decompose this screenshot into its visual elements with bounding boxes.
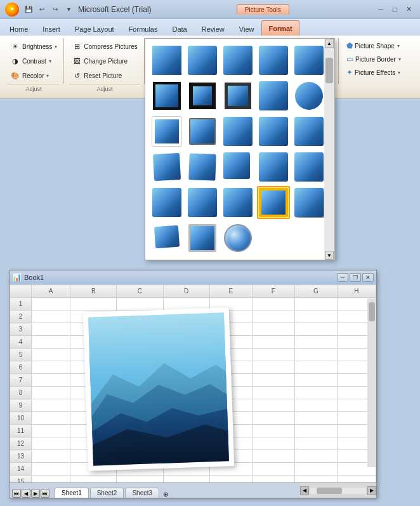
tab-review[interactable]: Review [195,22,232,36]
style-item-16[interactable] [150,150,183,183]
row-header-11[interactable]: 11 [10,425,32,437]
style-item-13[interactable] [221,115,254,148]
cell-c15[interactable] [117,476,163,483]
cell-f10[interactable] [252,412,294,425]
tab-view[interactable]: View [232,22,261,36]
tab-insert[interactable]: Insert [36,22,67,36]
sheet-tab-2[interactable]: Sheet2 [90,488,124,498]
cell-f5[interactable] [252,349,294,361]
cell-a10[interactable] [32,412,70,425]
style-item-8[interactable] [221,79,254,112]
row-header-10[interactable]: 10 [10,412,32,425]
style-item-18[interactable] [221,150,254,183]
hscroll-left[interactable]: ◀ [300,486,309,495]
style-item-14[interactable] [257,115,290,148]
save-button[interactable]: 💾 [23,4,34,15]
recolor-button[interactable]: 🎨 Recolor ▾ [8,69,60,83]
cell-f14[interactable] [252,463,294,476]
style-item-25[interactable] [292,186,325,219]
cell-g10[interactable] [294,412,337,425]
maximize-button[interactable]: □ [388,4,401,15]
cell-f11[interactable] [252,425,294,437]
style-item-26[interactable] [150,222,183,255]
cell-g15[interactable] [294,476,337,483]
col-header-c[interactable]: C [117,285,163,298]
reset-picture-button[interactable]: ↺ Reset Picture [69,69,140,83]
cell-f2[interactable] [252,310,294,323]
tab-data[interactable]: Data [165,22,194,36]
style-item-selected[interactable] [257,186,290,219]
sheet-tab-1[interactable]: Sheet1 [55,488,89,498]
cell-a12[interactable] [32,437,70,450]
style-item-6[interactable] [150,79,183,112]
cell-a8[interactable] [32,387,70,399]
cell-h15[interactable] [337,476,376,483]
picture-frame[interactable] [83,307,235,471]
style-item-4[interactable] [257,44,290,77]
cell-a14[interactable] [32,463,70,476]
row-header-14[interactable]: 14 [10,463,32,476]
style-item-9[interactable] [257,79,290,112]
sheet-last-btn[interactable]: ⏭ [41,489,49,498]
cell-g9[interactable] [294,399,337,412]
row-header-2[interactable]: 2 [10,310,32,323]
scroll-down-btn[interactable]: ▼ [325,251,334,260]
row-header-15[interactable]: 15 [10,476,32,483]
insert-sheet-btn[interactable]: ⊕ [161,491,171,498]
compress-pictures-button[interactable]: ⊞ Compress Pictures [69,39,140,53]
row-header-4[interactable]: 4 [10,336,32,349]
row-header-6[interactable]: 6 [10,361,32,374]
style-item-27[interactable] [186,222,219,255]
col-header-d[interactable]: D [163,285,209,298]
style-item-21[interactable] [150,186,183,219]
cell-a9[interactable] [32,399,70,412]
sheet-prev-btn[interactable]: ◀ [22,489,30,498]
cell-g11[interactable] [294,425,337,437]
style-item-12[interactable] [186,115,219,148]
minimize-button[interactable]: ─ [374,4,387,15]
cell-a7[interactable] [32,374,70,387]
style-item-2[interactable] [186,44,219,77]
customize-button[interactable]: ▾ [63,4,74,15]
col-header-f[interactable]: F [252,285,294,298]
cell-b15[interactable] [70,476,117,483]
cell-f9[interactable] [252,399,294,412]
tab-home[interactable]: Home [3,22,35,36]
excel-close[interactable]: ✕ [362,273,374,282]
cell-a11[interactable] [32,425,70,437]
cell-a13[interactable] [32,450,70,463]
cell-g3[interactable] [294,323,337,336]
sheet-next-btn[interactable]: ▶ [31,489,40,498]
hscroll-thumb[interactable] [317,488,342,494]
col-header-b[interactable]: B [70,285,117,298]
excel-hscrollbar[interactable]: ◀ ▶ [300,483,376,498]
cell-f6[interactable] [252,361,294,374]
redo-button[interactable]: ↪ [49,4,61,15]
row-header-7[interactable]: 7 [10,374,32,387]
col-header-a[interactable]: A [32,285,70,298]
col-header-e[interactable]: E [209,285,252,298]
cell-g1[interactable] [294,298,337,310]
cell-a3[interactable] [32,323,70,336]
cell-f3[interactable] [252,323,294,336]
col-header-g[interactable]: G [294,285,337,298]
hscroll-right[interactable]: ▶ [367,486,376,495]
style-item-7[interactable] [186,79,219,112]
row-header-1[interactable]: 1 [10,298,32,310]
cell-g4[interactable] [294,336,337,349]
style-item-28[interactable] [221,222,254,255]
style-item-22[interactable] [186,186,219,219]
picture-shape-button[interactable]: ⬟ Picture Shape ▾ [344,39,412,52]
cell-f8[interactable] [252,387,294,399]
cell-c1[interactable] [117,298,163,310]
cell-a15[interactable] [32,476,70,483]
cell-f1[interactable] [252,298,294,310]
contrast-button[interactable]: ◑ Contrast ▾ [8,54,60,68]
sheet-tab-3[interactable]: Sheet3 [125,488,159,498]
tab-formulas[interactable]: Formulas [122,22,165,36]
cell-e15[interactable] [209,476,252,483]
row-header-9[interactable]: 9 [10,399,32,412]
cell-g6[interactable] [294,361,337,374]
cell-d15[interactable] [163,476,209,483]
row-header-12[interactable]: 12 [10,437,32,450]
